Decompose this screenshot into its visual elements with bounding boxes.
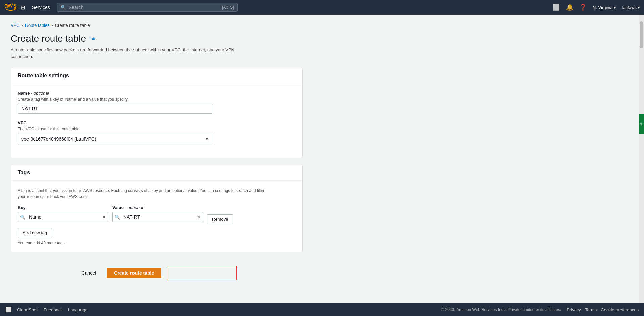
red-highlight-box bbox=[167, 266, 237, 280]
user-chevron-icon: ▾ bbox=[638, 5, 640, 10]
search-input[interactable] bbox=[69, 5, 219, 10]
bell-icon[interactable]: 🔔 bbox=[566, 4, 573, 11]
bottom-right: © 2023, Amazon Web Services India Privat… bbox=[441, 307, 639, 312]
user-label: latifaws bbox=[622, 5, 637, 10]
privacy-link[interactable]: Privacy bbox=[567, 307, 581, 312]
tag-value-col: Value - optional 🔍 ✕ bbox=[112, 205, 203, 222]
scrollbar[interactable] bbox=[639, 15, 644, 303]
tag-key-input[interactable] bbox=[28, 212, 100, 222]
search-shortcut: [Alt+S] bbox=[222, 5, 234, 10]
breadcrumb-vpc[interactable]: VPC bbox=[11, 23, 20, 28]
vpc-select[interactable]: vpc-0c1677e4849668f04 (LatifVPC) bbox=[18, 134, 212, 144]
cloudshell-icon[interactable]: ⬜ bbox=[552, 4, 560, 11]
tag-value-label: Value - optional bbox=[112, 205, 203, 210]
vpc-select-wrapper: vpc-0c1677e4849668f04 (LatifVPC) ▼ bbox=[18, 134, 212, 144]
search-icon: 🔍 bbox=[60, 5, 66, 10]
user-menu[interactable]: latifaws ▾ bbox=[622, 5, 640, 10]
top-nav: ⊞ Services 🔍 [Alt+S] ⬜ 🔔 ❓ N. Virginia ▾… bbox=[0, 0, 644, 15]
tag-value-search-icon: 🔍 bbox=[113, 215, 122, 220]
info-badge[interactable]: Info bbox=[89, 36, 97, 41]
region-selector[interactable]: N. Virginia ▾ bbox=[593, 5, 616, 10]
region-label: N. Virginia bbox=[593, 5, 613, 10]
services-button[interactable]: Services bbox=[29, 3, 53, 11]
tag-value-input[interactable] bbox=[122, 212, 195, 222]
tag-value-clear-button[interactable]: ✕ bbox=[195, 213, 203, 221]
help-icon[interactable]: ❓ bbox=[579, 4, 587, 11]
breadcrumb-route-tables[interactable]: Route tables bbox=[25, 23, 50, 28]
bottom-right-links: Privacy Terms Cookie preferences bbox=[567, 307, 639, 312]
aws-logo-icon bbox=[4, 4, 17, 11]
bottom-left: ⬜ CloudShell Feedback Language bbox=[5, 307, 88, 313]
aws-logo[interactable] bbox=[4, 4, 17, 11]
tag-key-clear-button[interactable]: ✕ bbox=[100, 213, 108, 221]
page-title-row: Create route table Info bbox=[11, 33, 628, 44]
search-bar[interactable]: 🔍 [Alt+S] bbox=[57, 3, 238, 12]
vpc-form-group: VPC The VPC to use for this route table.… bbox=[18, 120, 296, 144]
tag-key-search-icon: 🔍 bbox=[18, 215, 28, 220]
breadcrumb: VPC › Route tables › Create route table bbox=[11, 23, 628, 28]
tag-key-label: Key bbox=[18, 205, 108, 210]
page-description: A route table specifies how packets are … bbox=[11, 47, 246, 60]
copyright-text: © 2023, Amazon Web Services India Privat… bbox=[441, 307, 561, 312]
tags-card: Tags A tag is a label that you assign to… bbox=[11, 165, 303, 252]
tag-key-input-wrapper: 🔍 ✕ bbox=[18, 212, 108, 222]
add-tag-button[interactable]: Add new tag bbox=[18, 228, 52, 238]
action-bar: Cancel Create route table bbox=[11, 259, 303, 287]
cloudshell-bottom-icon[interactable]: ⬜ bbox=[5, 307, 12, 313]
breadcrumb-current: Create route table bbox=[55, 23, 90, 28]
tag-value-input-wrapper: 🔍 ✕ bbox=[112, 212, 203, 222]
cloudshell-label[interactable]: CloudShell bbox=[17, 307, 38, 312]
feedback-link[interactable]: Feedback bbox=[44, 307, 63, 312]
tags-row: Key 🔍 ✕ Value - optional bbox=[18, 205, 296, 224]
tags-description: A tag is a label that you assign to an A… bbox=[18, 188, 273, 200]
cancel-button[interactable]: Cancel bbox=[76, 268, 102, 278]
breadcrumb-sep-2: › bbox=[52, 23, 53, 28]
region-chevron-icon: ▾ bbox=[614, 5, 616, 10]
services-label: Services bbox=[32, 5, 50, 10]
vpc-label: VPC bbox=[18, 120, 296, 125]
nav-right: ⬜ 🔔 ❓ N. Virginia ▾ latifaws ▾ bbox=[552, 4, 640, 11]
name-input[interactable] bbox=[18, 104, 212, 114]
remove-tag-button[interactable]: Remove bbox=[207, 214, 233, 224]
tag-key-col: Key 🔍 ✕ bbox=[18, 205, 108, 222]
name-label: Name - optional bbox=[18, 91, 296, 96]
tags-remaining: You can add 49 more tags. bbox=[18, 241, 296, 245]
bottom-bar: ⬜ CloudShell Feedback Language © 2023, A… bbox=[0, 303, 644, 316]
card-body: Name - optional Create a tag with a key … bbox=[11, 84, 302, 158]
scroll-thumb[interactable] bbox=[640, 21, 643, 48]
tags-card-body: A tag is a label that you assign to an A… bbox=[11, 181, 302, 252]
terms-link[interactable]: Terms bbox=[585, 307, 597, 312]
create-route-table-button[interactable]: Create route table bbox=[107, 268, 161, 278]
page-title: Create route table bbox=[11, 33, 86, 44]
content-area: ℹ VPC › Route tables › Create route tabl… bbox=[0, 15, 639, 303]
card-header: Route table settings bbox=[11, 68, 302, 84]
grid-icon[interactable]: ⊞ bbox=[21, 4, 25, 11]
tags-card-header: Tags bbox=[11, 165, 302, 181]
vpc-hint: The VPC to use for this route table. bbox=[18, 127, 296, 131]
language-link[interactable]: Language bbox=[68, 307, 88, 312]
name-form-group: Name - optional Create a tag with a key … bbox=[18, 91, 296, 114]
name-hint: Create a tag with a key of 'Name' and a … bbox=[18, 97, 296, 102]
route-table-settings-card: Route table settings Name - optional Cre… bbox=[11, 68, 303, 158]
tags-card-title: Tags bbox=[18, 170, 30, 175]
breadcrumb-sep-1: › bbox=[22, 23, 23, 28]
cookie-link[interactable]: Cookie preferences bbox=[601, 307, 639, 312]
card-title: Route table settings bbox=[18, 73, 69, 78]
